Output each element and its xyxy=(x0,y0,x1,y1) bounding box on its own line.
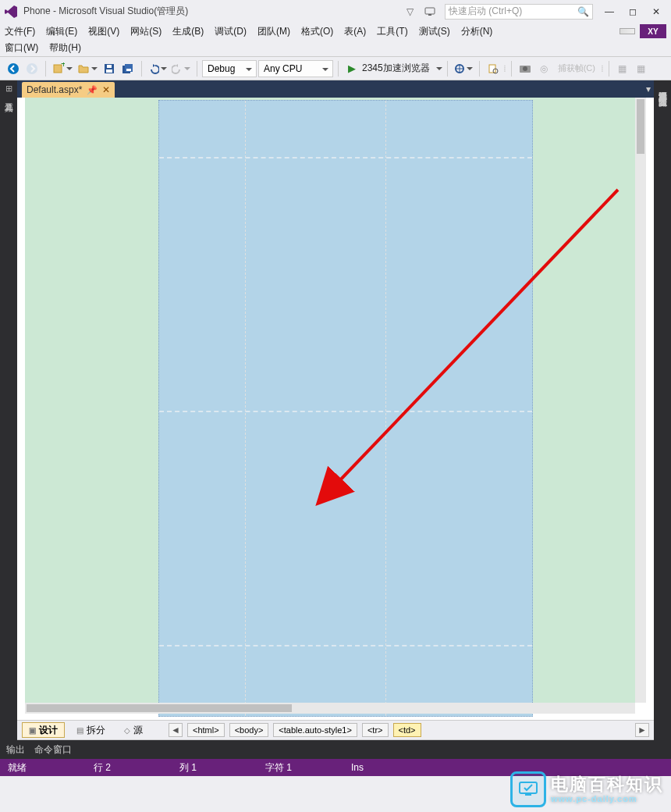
main-area: ⊞ 工具箱 Default.aspx* 📌 ✕ ▾ xyxy=(0,80,671,740)
breadcrumb-next-button[interactable]: ► xyxy=(635,723,649,737)
minimize-button[interactable]: — xyxy=(598,6,621,17)
nav-forward-button[interactable] xyxy=(23,60,41,77)
crumb-td[interactable]: <td> xyxy=(393,723,421,737)
configuration-dropdown[interactable]: Debug xyxy=(202,60,257,77)
menu-edit[interactable]: 编辑(E) xyxy=(46,25,77,38)
source-tab-icon: ◇ xyxy=(124,726,130,735)
status-char: 字符 1 xyxy=(265,761,312,775)
svg-point-2 xyxy=(8,63,19,74)
command-panel-tab[interactable]: 命令窗口 xyxy=(34,743,72,757)
menu-analyze[interactable]: 分析(N) xyxy=(461,25,493,38)
svg-rect-1 xyxy=(428,14,431,16)
right-tool-rail: 解决方案资源管理器 团队资源管理器 xyxy=(654,80,671,740)
nav-back-button[interactable] xyxy=(5,60,22,77)
hscroll-thumb[interactable] xyxy=(27,704,292,712)
vertical-scrollbar[interactable] xyxy=(635,98,646,703)
menu-build[interactable]: 生成(B) xyxy=(172,25,204,38)
output-panel-tab[interactable]: 输出 xyxy=(6,743,25,757)
breadcrumb-prev-button[interactable]: ◄ xyxy=(169,723,183,737)
status-line: 行 2 xyxy=(94,761,140,775)
extra-overflow-2[interactable]: ▦ xyxy=(633,60,650,77)
design-tab-icon: ▣ xyxy=(29,726,36,735)
horizontal-scrollbar[interactable] xyxy=(25,703,635,714)
document-tabs: Default.aspx* 📌 ✕ ▾ xyxy=(17,80,654,98)
extra-overflow-1[interactable]: ▦ xyxy=(614,60,631,77)
tab-close-icon[interactable]: ✕ xyxy=(102,84,110,95)
new-project-button[interactable]: + xyxy=(51,60,74,77)
menu-tools[interactable]: 工具(T) xyxy=(377,25,407,38)
svg-rect-11 xyxy=(126,69,131,71)
view-design-tab[interactable]: ▣设计 xyxy=(22,722,65,738)
run-target-caret-icon[interactable] xyxy=(436,67,442,73)
save-button[interactable] xyxy=(101,60,118,77)
watermark-en: www.pc-daily.com xyxy=(551,794,663,803)
user-avatar[interactable]: XY xyxy=(640,24,666,38)
open-file-button[interactable] xyxy=(76,60,99,77)
menu-window[interactable]: 窗口(W) xyxy=(5,41,38,55)
status-ready: 就绪 xyxy=(8,761,55,775)
editor-area: Default.aspx* 📌 ✕ ▾ ▣设计 ▤拆分 ◇源 xyxy=(17,80,654,740)
feedback-icon[interactable] xyxy=(420,4,440,20)
svg-rect-8 xyxy=(107,65,112,68)
menu-test[interactable]: 测试(S) xyxy=(419,25,450,38)
crumb-html[interactable]: <html> xyxy=(187,723,225,737)
menu-file[interactable]: 文件(F) xyxy=(5,25,35,38)
tab-label: Default.aspx* xyxy=(27,84,82,95)
diagnostic-target-icon: ◎ xyxy=(535,60,552,77)
watermark-cn: 电脑百科知识 xyxy=(551,775,663,794)
selected-table[interactable] xyxy=(158,100,533,717)
view-split-tab[interactable]: ▤拆分 xyxy=(69,722,112,738)
platform-value: Any CPU xyxy=(264,63,302,74)
status-col: 列 1 xyxy=(179,761,226,775)
vs-logo-icon xyxy=(3,4,19,20)
menu-bar: 文件(F) 编辑(E) 视图(V) 网站(S) 生成(B) 调试(D) 团队(M… xyxy=(0,23,671,40)
run-target-label[interactable]: 2345加速浏览器 xyxy=(362,62,433,75)
menu-table[interactable]: 表(A) xyxy=(344,25,366,38)
window-title: Phone - Microsoft Visual Studio(管理员) xyxy=(23,5,188,18)
diagnostic-camera-icon[interactable] xyxy=(517,60,534,77)
left-tool-rail[interactable]: ⊞ 工具箱 xyxy=(0,80,17,740)
team-explorer-tab[interactable]: 团队资源管理器 xyxy=(657,90,669,93)
pin-icon[interactable]: 📌 xyxy=(87,85,98,95)
tab-overflow-icon[interactable]: ▾ xyxy=(646,84,651,94)
menu-team[interactable]: 团队(M) xyxy=(257,25,290,38)
title-bar: Phone - Microsoft Visual Studio(管理员) ▽ 快… xyxy=(0,0,671,23)
notifications-icon[interactable]: ▽ xyxy=(399,4,420,20)
menu-bar-2: 窗口(W) 帮助(H) xyxy=(0,40,671,57)
crumb-body[interactable]: <body> xyxy=(229,723,269,737)
design-surface[interactable] xyxy=(17,98,654,720)
crumb-table[interactable]: <table.auto-style1> xyxy=(273,723,357,737)
ruler-icon[interactable] xyxy=(620,28,635,34)
status-ins: Ins xyxy=(351,762,398,773)
watermark: 电脑百科知识 www.pc-daily.com xyxy=(510,771,663,807)
capture-frame-label[interactable]: 捕获帧(C) xyxy=(554,61,599,76)
toolbox-icon: ⊞ xyxy=(5,84,12,94)
split-tab-icon: ▤ xyxy=(76,726,83,735)
redo-button[interactable] xyxy=(170,60,192,77)
tab-default-aspx[interactable]: Default.aspx* 📌 ✕ xyxy=(22,82,115,98)
search-icon: 🔍 xyxy=(577,6,589,17)
svg-point-16 xyxy=(523,66,527,71)
find-in-files-button[interactable] xyxy=(485,60,502,77)
menu-debug[interactable]: 调试(D) xyxy=(215,25,247,38)
menu-website[interactable]: 网站(S) xyxy=(130,25,162,38)
svg-point-3 xyxy=(27,63,37,74)
start-debug-button[interactable]: ▶ xyxy=(343,60,360,77)
status-bar: 就绪 行 2 列 1 字符 1 Ins xyxy=(0,759,671,776)
save-all-button[interactable] xyxy=(119,60,137,77)
crumb-tr[interactable]: <tr> xyxy=(362,723,389,737)
menu-help[interactable]: 帮助(H) xyxy=(49,41,81,55)
browser-link-button[interactable] xyxy=(453,60,474,77)
maximize-button[interactable]: ◻ xyxy=(621,6,644,17)
menu-view[interactable]: 视图(V) xyxy=(88,25,119,38)
svg-rect-18 xyxy=(520,782,537,793)
menu-format[interactable]: 格式(O) xyxy=(301,25,333,38)
platform-dropdown[interactable]: Any CPU xyxy=(258,60,333,77)
solution-explorer-tab[interactable]: 解决方案资源管理器 xyxy=(657,84,669,87)
undo-button[interactable] xyxy=(147,60,169,77)
view-source-tab[interactable]: ◇源 xyxy=(117,722,150,738)
svg-text:+: + xyxy=(61,62,65,69)
close-button[interactable]: ✕ xyxy=(644,6,668,17)
vscroll-thumb[interactable] xyxy=(637,99,644,154)
quick-launch-input[interactable]: 快速启动 (Ctrl+Q) 🔍 xyxy=(445,4,593,20)
